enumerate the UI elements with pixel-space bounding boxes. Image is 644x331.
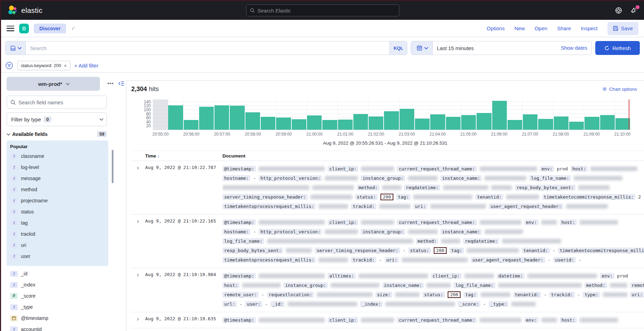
remove-filter-icon[interactable]: × [64, 63, 67, 68]
expand-row-icon[interactable]: › [131, 218, 145, 265]
histogram-bar[interactable] [199, 107, 214, 130]
add-filter-button[interactable]: + Add filter [74, 63, 99, 68]
field-item-tag[interactable]: ttag [7, 217, 108, 228]
calendar-menu-button[interactable] [411, 41, 433, 55]
doc-field-pill: size: [375, 292, 392, 298]
field-item-projectname[interactable]: tprojectname [7, 195, 108, 206]
field-item-message[interactable]: tmessage [7, 173, 108, 184]
field-item-trackid[interactable]: ttrackid [7, 228, 108, 240]
filter-menu-icon[interactable] [5, 62, 13, 70]
index-pattern-selector[interactable]: wm-prod* [7, 77, 100, 91]
saved-query-menu-button[interactable] [6, 41, 26, 55]
redacted-value [590, 167, 637, 171]
histogram-bar[interactable] [569, 122, 584, 130]
histogram-bar[interactable] [538, 119, 553, 130]
histogram-bar[interactable] [554, 116, 568, 130]
histogram-bar[interactable] [184, 120, 198, 130]
sidebar-scrollbar[interactable] [112, 150, 113, 183]
histogram-bar[interactable] [353, 114, 368, 130]
filter-pill-status-keyword[interactable]: status.keyword: 200 × [17, 61, 70, 70]
histogram-bar[interactable] [276, 118, 291, 130]
doc-field-pill: instance_group: [361, 175, 405, 181]
save-button[interactable]: Save [607, 22, 638, 35]
collapse-sidebar-icon[interactable] [118, 81, 124, 86]
document-line: hostname:-http_protocol_version:instance… [222, 173, 644, 183]
histogram-bar[interactable] [322, 120, 337, 130]
expand-row-icon[interactable]: › [131, 164, 145, 211]
show-dates-button[interactable]: Show dates [557, 41, 591, 55]
field-item-log-level[interactable]: tlog-level [7, 162, 108, 173]
news-feed-icon[interactable] [630, 7, 638, 14]
histogram-bar[interactable] [430, 114, 445, 130]
histogram-bar[interactable] [600, 115, 615, 130]
field-item-uri[interactable]: turi [7, 240, 108, 251]
doc-field-value: - [261, 292, 264, 297]
field-search-input[interactable] [18, 99, 103, 105]
nav-link-new[interactable]: New [515, 25, 525, 31]
histogram-bar[interactable] [338, 120, 353, 130]
available-fields-header[interactable]: Available fields 59 [7, 131, 107, 137]
highlighted-status-value: 200 [434, 247, 447, 254]
histogram-bar[interactable] [523, 114, 537, 130]
histogram-bars[interactable] [153, 99, 630, 130]
field-search[interactable] [7, 96, 107, 109]
text-type-icon: t [10, 187, 18, 193]
refresh-button[interactable]: Refresh [595, 41, 640, 55]
histogram-bar[interactable] [492, 101, 507, 130]
kql-language-button[interactable]: KQL [390, 41, 407, 55]
nav-link-options[interactable]: Options [487, 25, 505, 31]
field-item--score[interactable]: #_score [7, 290, 108, 301]
space-avatar[interactable]: D [19, 24, 29, 33]
histogram-bar[interactable] [168, 105, 183, 130]
histogram-bar[interactable] [461, 115, 476, 130]
histogram-bar[interactable] [508, 120, 522, 130]
field-item-accountid[interactable]: taccountid [7, 324, 108, 331]
field-settings-icon[interactable] [108, 83, 113, 84]
field-item--id[interactable]: t_id [7, 268, 108, 279]
chart-options-button[interactable]: Chart options [602, 87, 637, 92]
histogram-bar[interactable] [615, 118, 630, 130]
time-range-value[interactable]: Last 15 minutes [433, 41, 557, 55]
fields-sidebar: wm-prod* Filter by type 0 Available fiel… [1, 73, 126, 331]
nav-link-inspect[interactable]: Inspect [581, 25, 597, 31]
field-item-status[interactable]: tstatus [7, 206, 108, 217]
field-item-method[interactable]: tmethod [7, 184, 108, 195]
filter-by-type-select[interactable]: Filter by type 0 [7, 112, 107, 126]
histogram-bar[interactable] [384, 111, 399, 130]
field-item-classname[interactable]: tclassname [7, 151, 108, 162]
popular-label: Popular [7, 143, 108, 151]
time-column-header[interactable]: Time ↓ [145, 153, 222, 159]
checkmark-icon[interactable]: ✓ [71, 25, 76, 32]
histogram-bar[interactable] [245, 112, 260, 130]
histogram-bar[interactable] [292, 119, 306, 130]
histogram-bar[interactable] [307, 115, 322, 130]
global-search-input[interactable] [258, 8, 395, 14]
field-item--type[interactable]: t_type [7, 301, 108, 313]
histogram-bar[interactable] [261, 117, 275, 130]
doc-field-pill: datetime: [497, 273, 525, 279]
nav-link-share[interactable]: Share [557, 25, 571, 31]
redacted-value [527, 274, 597, 278]
field-item--timestamp[interactable]: @timestamp [7, 313, 108, 324]
help-icon[interactable] [615, 7, 622, 14]
field-item-user[interactable]: tuser [7, 251, 108, 262]
breadcrumb-discover[interactable]: Discover [34, 24, 66, 33]
histogram-bar[interactable] [214, 105, 229, 130]
expand-row-icon[interactable]: › [131, 315, 145, 325]
histogram-bar[interactable] [400, 109, 414, 130]
histogram-bar[interactable] [477, 113, 491, 130]
global-search[interactable] [246, 5, 399, 16]
histogram-bar[interactable] [446, 117, 461, 130]
expand-row-icon[interactable]: › [131, 271, 145, 309]
menu-icon[interactable] [7, 26, 14, 31]
elastic-brand[interactable]: elastic [7, 5, 42, 16]
histogram-bar[interactable] [584, 117, 599, 130]
text-type-icon: t [10, 326, 18, 331]
histogram-bar[interactable] [415, 119, 430, 130]
nav-link-open[interactable]: Open [535, 25, 548, 31]
query-input[interactable] [26, 41, 390, 55]
histogram-bar[interactable] [230, 106, 244, 130]
histogram-bar[interactable] [369, 116, 383, 130]
doc-field-pill: uri: [413, 203, 427, 209]
field-item--index[interactable]: t_index [7, 279, 108, 290]
